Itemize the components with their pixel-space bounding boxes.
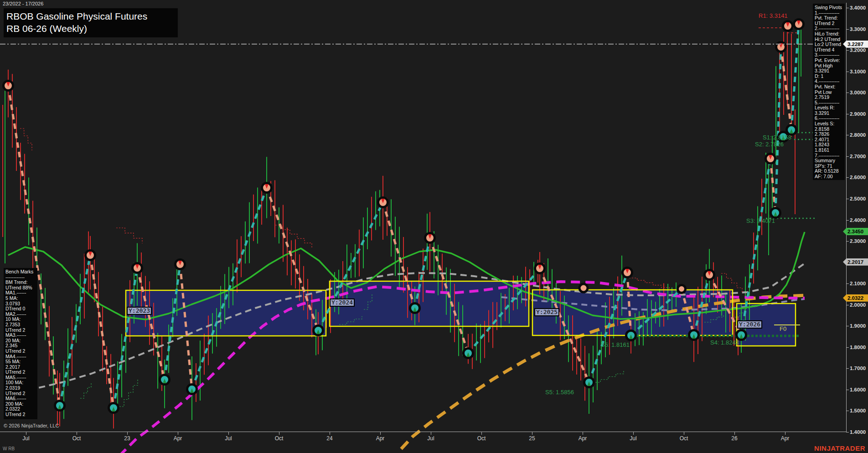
year-range-chip-2024[interactable]: Y:2024 bbox=[330, 299, 355, 307]
time-tick-mark bbox=[380, 432, 381, 435]
price-tick-mark bbox=[846, 93, 849, 93]
year-range-chip-2023[interactable]: Y:2023 bbox=[127, 307, 152, 315]
time-tick-label: Oct bbox=[468, 435, 495, 442]
price-tick-mark bbox=[846, 114, 849, 114]
bench-marks-line: DTrend 0 bbox=[5, 306, 36, 312]
bench-marks-line: 2.7353 bbox=[5, 322, 36, 328]
time-tick-label: Jul bbox=[620, 435, 647, 442]
resistance-label-r1: R1: 3.3141 bbox=[759, 12, 788, 19]
price-tick-label: 3.0000 bbox=[850, 90, 868, 95]
fibonacci-f0-label: F0 bbox=[780, 325, 786, 332]
time-tick-mark bbox=[684, 432, 684, 435]
ma20-price-marker: 2.3450 bbox=[843, 228, 868, 235]
price-chart-canvas[interactable] bbox=[0, 0, 868, 453]
price-tick-label: 2.6000 bbox=[850, 175, 868, 180]
price-tick-label: 3.2000 bbox=[850, 47, 868, 53]
price-tick-mark bbox=[846, 347, 849, 348]
support-label-s2: S2: 2.7826 bbox=[755, 141, 784, 148]
price-tick-label: 2.7000 bbox=[850, 154, 868, 159]
price-tick-mark bbox=[846, 283, 849, 284]
price-tick-label: 2.4000 bbox=[850, 217, 868, 223]
time-tick-label: Apr bbox=[569, 435, 596, 442]
date-range: 23/2022 - 17/2026 bbox=[3, 1, 43, 6]
pivot-high-marker bbox=[678, 285, 686, 293]
pivot-high-marker bbox=[579, 284, 588, 292]
support-label-s3: S3: 2.4071 bbox=[746, 217, 775, 224]
time-tick-label: Jul bbox=[417, 435, 444, 442]
price-tick-mark bbox=[846, 72, 849, 72]
swing-pivots-line: HiLo Trend: bbox=[815, 31, 844, 37]
swing-down-leg bbox=[770, 159, 775, 213]
swing-up-leg bbox=[60, 255, 90, 406]
time-tick-label: Jul bbox=[215, 435, 242, 442]
swing-pivots-line: Swing Pivots bbox=[815, 5, 844, 10]
price-tick-label: 2.5000 bbox=[850, 196, 868, 201]
time-tick-mark bbox=[178, 432, 178, 435]
time-tick-label: Apr bbox=[771, 435, 799, 442]
price-tick-label: 1.7000 bbox=[850, 365, 868, 371]
year-range-chip-2025[interactable]: Y:2025 bbox=[534, 308, 559, 316]
price-tick-mark bbox=[846, 199, 849, 199]
time-tick-label: 24 bbox=[316, 435, 343, 442]
ninjatrader-chart-window: { "header": { "date_range": "23/2022 - 1… bbox=[0, 0, 868, 453]
bench-marks-line: MA3.------ bbox=[5, 333, 36, 338]
bench-marks-line: 55 MA: bbox=[5, 359, 36, 365]
price-tick-mark bbox=[846, 29, 849, 30]
hilo-step-line bbox=[20, 129, 32, 150]
price-tick-label: 3.4000 bbox=[850, 5, 868, 10]
price-tick-mark bbox=[846, 220, 849, 221]
price-tick-label: 2.3000 bbox=[850, 238, 868, 244]
price-tick-label: 2.1000 bbox=[850, 281, 868, 286]
swing-down-leg bbox=[781, 47, 791, 130]
support-label-s1: S1: 2.8158 bbox=[763, 134, 791, 141]
price-tick-label: 1.5000 bbox=[850, 408, 868, 413]
support-label-s4: S4: 1.8243 bbox=[710, 339, 739, 346]
price-tick-mark bbox=[846, 50, 849, 51]
ma55-price-marker: 2.2017 bbox=[843, 258, 868, 266]
bench-marks-line: Bench Marks bbox=[5, 269, 36, 275]
contract-interval-title: RB 06-26 (Weekly) bbox=[6, 22, 174, 35]
time-tick-mark bbox=[228, 432, 229, 435]
swing-pivots-line: 3.3291 bbox=[815, 68, 844, 74]
price-tick-mark bbox=[846, 8, 849, 8]
hilo-step-line bbox=[116, 228, 142, 243]
year-range-chip-2026[interactable]: Y:2026 bbox=[737, 320, 762, 329]
price-tick-mark bbox=[846, 156, 849, 157]
bench-marks-line: UTrend 2 bbox=[5, 349, 36, 354]
price-tick-label: 3.3000 bbox=[850, 26, 868, 32]
price-tick-mark bbox=[846, 368, 849, 369]
copyright-watermark: © 2026 NinjaTrader, LLC bbox=[4, 423, 59, 428]
instrument-title: RBOB Gasoline Physical Futures bbox=[6, 10, 174, 22]
series-tag: W RB bbox=[3, 446, 15, 451]
price-tick-label: 3.1000 bbox=[850, 69, 868, 74]
time-tick-mark bbox=[481, 432, 482, 435]
price-axis-line[interactable] bbox=[846, 3, 847, 432]
price-tick-mark bbox=[846, 411, 849, 411]
time-tick-label: Oct bbox=[63, 435, 90, 442]
swing-pivots-panel: Swing Pivots1.-------------Pvt. Trend:UT… bbox=[813, 4, 845, 180]
chart-title-box: RBOB Gasoline Physical Futures RB 06-26 … bbox=[4, 8, 178, 37]
price-tick-label: 2.8000 bbox=[850, 132, 868, 138]
hilo-step-line bbox=[80, 382, 91, 398]
time-tick-label: Apr bbox=[367, 435, 394, 442]
price-tick-mark bbox=[846, 432, 849, 432]
support-label-s5: S5: 1.8161 bbox=[601, 341, 630, 348]
time-tick-label: Apr bbox=[164, 435, 191, 442]
time-tick-mark bbox=[633, 432, 634, 435]
time-tick-mark bbox=[734, 432, 735, 435]
time-tick-mark bbox=[77, 432, 77, 435]
price-tick-label: 1.9000 bbox=[850, 323, 868, 329]
price-tick-mark bbox=[846, 326, 849, 326]
price-tick-label: 1.4000 bbox=[850, 429, 868, 435]
price-tick-mark bbox=[846, 390, 849, 390]
time-tick-label: 25 bbox=[518, 435, 546, 442]
swing-pivots-line: AF: 7.00 bbox=[815, 174, 844, 180]
time-tick-mark bbox=[532, 432, 532, 435]
swing-down-leg bbox=[90, 255, 114, 408]
time-tick-mark bbox=[127, 432, 128, 435]
price-tick-label: 2.9000 bbox=[850, 111, 868, 117]
price-tick-mark bbox=[846, 305, 849, 305]
time-tick-label: Oct bbox=[265, 435, 293, 442]
time-tick-label: Jul bbox=[12, 435, 40, 442]
bench-marks-panel: Bench Marks------------BM Trend:UTrend 8… bbox=[4, 268, 37, 419]
